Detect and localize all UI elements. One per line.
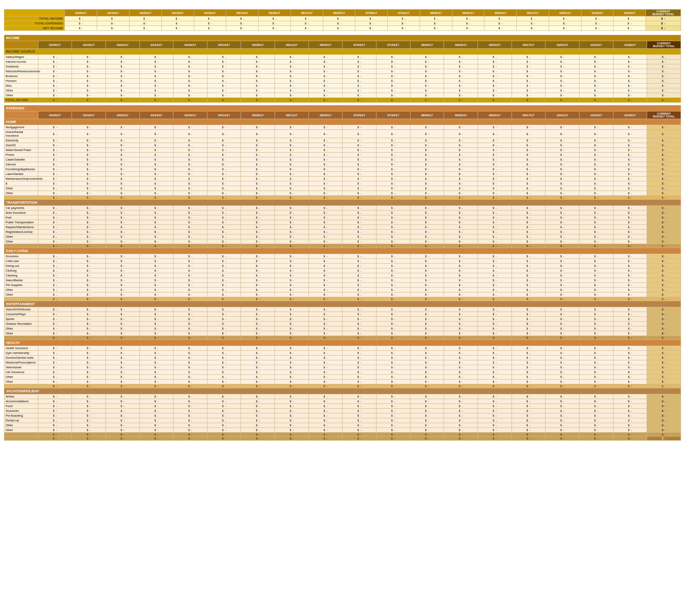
income-table: INCOME03/05/1703/19/1704/02/1704/16/1704… [4,35,681,103]
expenses-table: EXPENSES03/05/1703/19/1704/02/1704/16/17… [4,105,681,441]
summary-table: 03/05/1703/19/1704/02/1704/16/1704/30/17… [4,9,681,31]
hint-text [4,6,681,8]
